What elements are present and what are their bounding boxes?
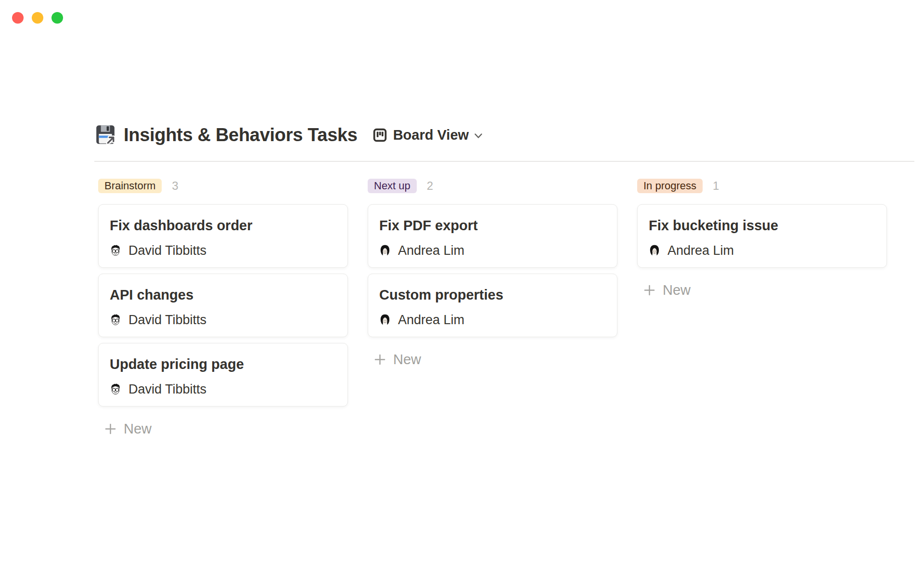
- task-card[interactable]: Fix bucketing issue Andrea Lim: [637, 204, 887, 268]
- header-divider: [94, 161, 914, 162]
- card-title: Fix dashboards order: [110, 217, 336, 234]
- avatar: [110, 383, 121, 395]
- assignee-name: Andrea Lim: [398, 243, 464, 258]
- avatar: [110, 314, 121, 326]
- task-card[interactable]: Update pricing page David Tibbitts: [98, 343, 348, 407]
- new-card-button[interactable]: New: [637, 279, 887, 301]
- task-card[interactable]: API changes David Tibbitts: [98, 274, 348, 337]
- new-label: New: [663, 282, 691, 298]
- new-label: New: [393, 352, 421, 368]
- assignee-row: David Tibbitts: [110, 244, 336, 257]
- card-title: API changes: [110, 287, 336, 303]
- page-header: Insights & Behaviors Tasks Board View: [94, 121, 914, 148]
- new-card-button[interactable]: New: [98, 418, 348, 439]
- column-header: In progress 1: [637, 179, 887, 193]
- assignee-name: Andrea Lim: [398, 313, 464, 328]
- column-in-progress: In progress 1 Fix bucketing issue Andrea…: [637, 179, 887, 439]
- task-card[interactable]: Fix PDF export Andrea Lim: [368, 204, 617, 268]
- plus-icon: [373, 353, 386, 366]
- card-title: Fix PDF export: [379, 217, 605, 234]
- window-controls: [12, 12, 63, 24]
- assignee-name: David Tibbitts: [128, 382, 206, 397]
- kanban-board: Brainstorm 3 Fix dashboards order David …: [94, 179, 914, 439]
- close-window-button[interactable]: [12, 12, 24, 24]
- status-badge[interactable]: In progress: [637, 179, 703, 193]
- avatar: [379, 245, 391, 256]
- chevron-down-icon: [473, 130, 484, 142]
- column-header: Next up 2: [368, 179, 617, 193]
- zoom-window-button[interactable]: [51, 12, 63, 24]
- status-badge[interactable]: Brainstorm: [98, 179, 162, 193]
- avatar: [649, 245, 660, 256]
- assignee-row: Andrea Lim: [379, 314, 605, 326]
- card-title: Update pricing page: [110, 356, 336, 372]
- page-title[interactable]: Insights & Behaviors Tasks: [124, 125, 358, 145]
- status-badge[interactable]: Next up: [368, 179, 417, 193]
- assignee-name: Andrea Lim: [667, 243, 734, 258]
- view-switcher[interactable]: Board View: [372, 127, 484, 143]
- column-header: Brainstorm 3: [98, 179, 348, 193]
- avatar: [110, 245, 121, 256]
- assignee-row: David Tibbitts: [110, 314, 336, 326]
- column-next-up: Next up 2 Fix PDF export Andrea Lim Cust…: [368, 179, 617, 439]
- new-card-button[interactable]: New: [368, 349, 617, 370]
- task-card[interactable]: Fix dashboards order David Tibbitts: [98, 204, 348, 268]
- column-brainstorm: Brainstorm 3 Fix dashboards order David …: [98, 179, 348, 439]
- assignee-row: Andrea Lim: [379, 244, 605, 257]
- minimize-window-button[interactable]: [32, 12, 43, 24]
- task-card[interactable]: Custom properties Andrea Lim: [368, 274, 617, 337]
- assignee-name: David Tibbitts: [128, 243, 206, 258]
- plus-icon: [104, 422, 117, 435]
- card-count: 2: [427, 179, 433, 193]
- assignee-row: Andrea Lim: [649, 244, 875, 257]
- card-title: Custom properties: [379, 287, 605, 303]
- card-title: Fix bucketing issue: [649, 217, 875, 234]
- new-label: New: [124, 421, 152, 437]
- assignee-row: David Tibbitts: [110, 383, 336, 395]
- assignee-name: David Tibbitts: [128, 313, 206, 328]
- plus-icon: [643, 284, 656, 297]
- page-content: Insights & Behaviors Tasks Board View Br…: [94, 121, 914, 439]
- avatar: [379, 314, 391, 326]
- card-count: 3: [172, 179, 178, 193]
- view-label: Board View: [393, 127, 469, 143]
- floppy-disk-icon: [94, 124, 116, 146]
- board-view-icon: [372, 127, 388, 143]
- card-count: 1: [713, 179, 719, 193]
